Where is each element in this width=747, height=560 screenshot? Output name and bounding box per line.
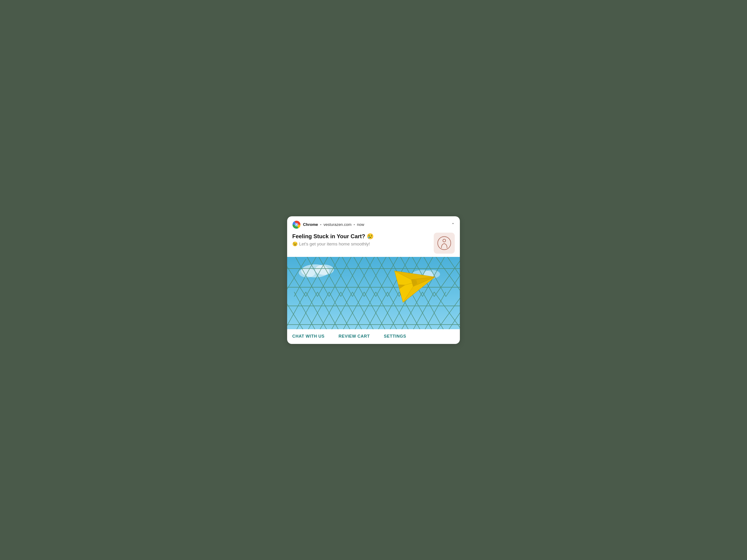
notification-subtitle: 😉 Let's get your items home smoothly!	[292, 241, 430, 247]
brand-icon-container	[434, 233, 455, 254]
timestamp: now	[357, 222, 364, 227]
browser-name: Chrome	[303, 222, 318, 227]
top-bar: Chrome • vesturazen.com • now ⌃	[287, 216, 460, 231]
svg-point-5	[443, 239, 446, 242]
svg-point-9	[299, 268, 315, 277]
header-text: Feeling Stuck in Your Cart? 😢 😉 Let's ge…	[292, 233, 430, 247]
svg-point-8	[315, 265, 334, 275]
notification-image	[287, 257, 460, 329]
review-cart-button[interactable]: REVIEW CART	[338, 334, 370, 339]
notification-title: Feeling Stuck in Your Cart? 😢	[292, 233, 430, 240]
header-section: Feeling Stuck in Your Cart? 😢 😉 Let's ge…	[287, 231, 460, 257]
chevron-up-icon[interactable]: ⌃	[451, 222, 455, 227]
top-bar-text: Chrome • vesturazen.com • now	[303, 222, 448, 227]
svg-point-4	[438, 237, 451, 250]
domain-name: vesturazen.com	[324, 222, 352, 227]
chrome-icon	[292, 220, 301, 229]
fence-image	[287, 257, 460, 329]
settings-button[interactable]: SETTINGS	[384, 334, 406, 339]
chat-button[interactable]: CHAT WITH US	[292, 334, 325, 339]
brand-logo-icon	[437, 236, 451, 250]
notification-card: Chrome • vesturazen.com • now ⌃ Feeling …	[287, 216, 460, 344]
svg-point-3	[296, 224, 297, 225]
action-bar: CHAT WITH US REVIEW CART SETTINGS	[287, 329, 460, 344]
